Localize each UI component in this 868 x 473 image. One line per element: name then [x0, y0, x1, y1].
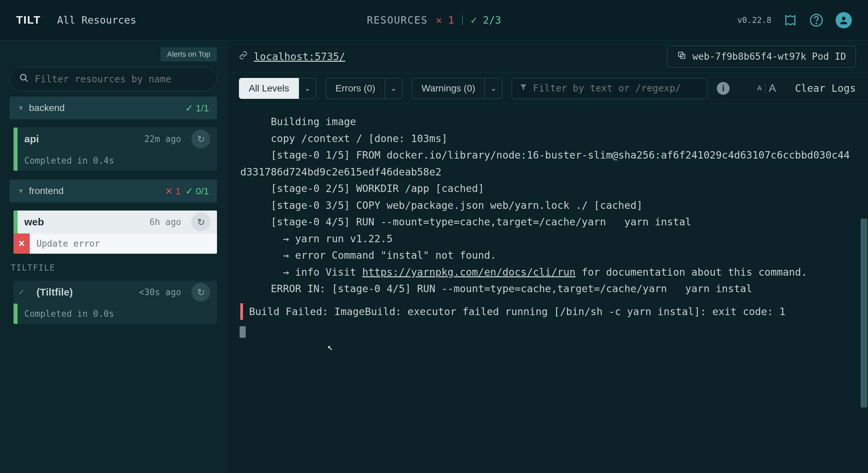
log-line: [stage-0 2/5] WORKDIR /app [cached]: [240, 180, 855, 197]
errors-dropdown[interactable]: ⌄: [385, 78, 402, 99]
svg-point-2: [842, 17, 846, 20]
sidebar: Alerts on Top ▼ backend ✓ 1/1 api 22m ag…: [0, 40, 227, 473]
resource-status: Update error: [30, 239, 217, 249]
scrollbar-thumb[interactable]: [861, 219, 867, 408]
resources-label: RESOURCES: [367, 14, 428, 26]
resource-time: 22m ago: [144, 134, 181, 144]
pod-id-button[interactable]: web-7f9b8b65f4-wt97k Pod ID: [667, 46, 856, 67]
copy-icon: [677, 51, 686, 62]
clear-logs-button[interactable]: Clear Logs: [795, 82, 856, 94]
search-icon: [19, 73, 29, 85]
log-filter[interactable]: [512, 78, 707, 99]
filter-input[interactable]: [35, 74, 207, 85]
chevron-down-icon: ⌄: [390, 84, 397, 93]
log-line: Building image: [240, 113, 855, 130]
resource-status: Completed in 0.0s: [18, 309, 217, 319]
help-icon[interactable]: [809, 13, 823, 27]
warnings-button[interactable]: Warnings (0): [412, 78, 485, 99]
resource-item-web[interactable]: web 6h ago ↻ ✕ Update error: [13, 211, 217, 254]
warnings-dropdown[interactable]: ⌄: [485, 78, 502, 99]
status-bar: [13, 150, 18, 171]
log-line: → yarn run v1.22.5: [240, 230, 855, 247]
all-levels-dropdown[interactable]: ⌄: [299, 78, 316, 99]
refresh-icon[interactable]: ↻: [191, 130, 210, 148]
level-warnings-group: Warnings (0) ⌄: [412, 78, 502, 99]
level-all-group: All Levels ⌄: [239, 78, 316, 99]
log-line: [stage-0 3/5] COPY web/package.json web/…: [240, 197, 855, 214]
svg-point-3: [21, 74, 26, 80]
log-line: [stage-0 1/5] FROM docker.io/library/nod…: [240, 147, 855, 180]
main-pane: localhost:5735/ web-7f9b8b65f4-wt97k Pod…: [227, 40, 868, 473]
log-line: copy /context / [done: 103ms]: [240, 130, 855, 147]
font-larger[interactable]: A: [769, 82, 776, 94]
alerts-on-top-toggle[interactable]: Alerts on Top: [160, 47, 217, 61]
group-name: frontend: [29, 186, 64, 196]
link-icon: [239, 51, 248, 62]
log-filter-input[interactable]: [533, 83, 700, 94]
resource-filter[interactable]: [9, 67, 217, 91]
log-line: ERROR IN: [stage-0 4/5] RUN --mount=type…: [240, 280, 855, 297]
fail-count: ✕ 1: [436, 14, 454, 26]
error-badge-icon: ✕: [13, 233, 30, 254]
status-bar: [13, 304, 18, 324]
group-pass-count: ✓ 0/1: [185, 186, 209, 197]
level-errors-group: Errors (0) ⌄: [326, 78, 402, 99]
svg-point-1: [816, 23, 817, 24]
log-line: → error Command "instal" not found.: [240, 247, 855, 264]
resource-time: <30s ago: [139, 287, 181, 297]
resource-time: 6h ago: [150, 217, 181, 227]
resource-status: Completed in 0.4s: [18, 156, 217, 166]
endpoint-bar: localhost:5735/ web-7f9b8b65f4-wt97k Pod…: [227, 40, 868, 73]
cursor-icon: [240, 326, 246, 338]
pass-count: ✓ 2/3: [471, 14, 501, 26]
tiltfile-section-label: TILTFILE: [11, 263, 217, 273]
mouse-cursor-icon: ↖: [327, 339, 333, 355]
log-pane[interactable]: Building image copy /context / [done: 10…: [227, 104, 868, 473]
account-icon[interactable]: [836, 12, 852, 28]
endpoint-link[interactable]: localhost:5735/: [254, 51, 345, 62]
divider: [765, 83, 765, 93]
group-header-backend[interactable]: ▼ backend ✓ 1/1: [9, 96, 217, 119]
logo: TILT: [16, 14, 41, 26]
page-title: All Resources: [57, 14, 136, 26]
chevron-down-icon: ⌄: [304, 84, 310, 93]
group-name: backend: [29, 103, 65, 113]
svg-line-4: [25, 79, 28, 81]
log-link[interactable]: https://yarnpkg.com/en/docs/cli/run: [362, 266, 575, 278]
status-bar: [13, 128, 18, 150]
resource-name: web: [24, 216, 44, 228]
font-smaller[interactable]: A: [757, 84, 762, 92]
errors-button[interactable]: Errors (0): [326, 78, 385, 99]
resource-name: api: [24, 133, 39, 145]
chevron-down-icon: ▼: [18, 104, 24, 112]
resource-item-api[interactable]: api 22m ago ↻ Completed in 0.4s: [13, 128, 217, 171]
refresh-icon[interactable]: ↻: [191, 213, 210, 231]
refresh-icon[interactable]: ↻: [191, 283, 210, 302]
log-line: [stage-0 4/5] RUN --mount=type=cache,tar…: [240, 214, 855, 230]
info-icon[interactable]: i: [717, 82, 730, 95]
group-pass-count: ✓ 1/1: [185, 103, 209, 114]
log-line: → info Visit https://yarnpkg.com/en/docs…: [240, 264, 855, 281]
chevron-down-icon: ⌄: [490, 84, 496, 93]
group-fail-count: ✕ 1: [165, 186, 181, 197]
log-error-line: Build Failed: ImageBuild: executor faile…: [240, 303, 855, 320]
resource-name: (Tiltfile): [36, 286, 73, 298]
pod-id-label: web-7f9b8b65f4-wt97k Pod ID: [693, 51, 846, 62]
font-size-control[interactable]: A A: [757, 82, 776, 94]
docs-icon[interactable]: [784, 13, 797, 27]
resource-item-tiltfile[interactable]: ✓ (Tiltfile) <30s ago ↻ Completed in 0.0…: [13, 281, 217, 324]
header: TILT All Resources RESOURCES ✕ 1 ✓ 2/3 v…: [0, 0, 868, 40]
chevron-down-icon: ▼: [18, 187, 24, 195]
check-icon: ✓: [13, 281, 30, 304]
group-header-frontend[interactable]: ▼ frontend ✕ 1 ✓ 0/1: [9, 179, 217, 202]
log-toolbar: All Levels ⌄ Errors (0) ⌄ Warnings (0) ⌄…: [227, 73, 868, 104]
status-bar: [13, 211, 18, 233]
all-levels-button[interactable]: All Levels: [239, 78, 299, 99]
scrollbar[interactable]: [860, 104, 868, 473]
funnel-icon: [519, 83, 527, 93]
resource-summary: RESOURCES ✕ 1 ✓ 2/3: [367, 14, 501, 26]
divider: [462, 16, 463, 25]
version-label: v0.22.8: [737, 16, 771, 25]
